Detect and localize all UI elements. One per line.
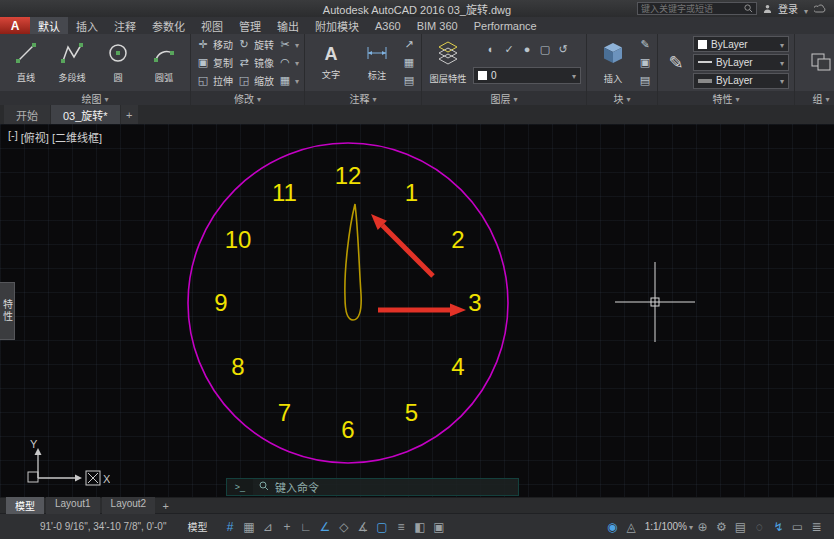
panel-label-modify[interactable]: 修改 — [191, 91, 304, 105]
signin-chevron-icon[interactable] — [804, 0, 808, 18]
signin-label[interactable]: 登录 — [778, 1, 798, 16]
ribbon-tab[interactable]: 视图 — [193, 17, 231, 34]
view-control[interactable]: [俯视] — [21, 129, 49, 145]
layout-tab[interactable]: Layout1 — [46, 497, 100, 514]
graphics-performance-icon[interactable]: ↯ — [769, 520, 788, 534]
line-button[interactable]: 直线 — [5, 36, 47, 89]
quick-properties-icon[interactable]: ▤ — [731, 520, 750, 534]
ortho-mode-icon[interactable]: ∟ — [296, 520, 315, 534]
new-drawing-button[interactable] — [121, 105, 138, 124]
scale-button[interactable]: ◲缩放 — [237, 72, 274, 88]
array-button[interactable]: ▦ — [278, 72, 299, 88]
annotation-scale-button[interactable]: 1:1/100% — [645, 521, 687, 532]
rotate-button[interactable]: ↻旋转 — [237, 37, 274, 53]
osnap-tracking-icon[interactable]: ∡ — [353, 520, 372, 534]
panel-label-properties[interactable]: 特性 — [658, 91, 794, 105]
model-space-button[interactable]: 模型 — [180, 517, 214, 536]
layer-tool-icon[interactable]: ↺ — [556, 43, 570, 56]
command-input[interactable]: 键入命令 — [275, 479, 319, 495]
layout-tab[interactable]: Layout2 — [102, 497, 156, 514]
insert-block-button[interactable]: 插入 — [592, 36, 634, 89]
ribbon-tab[interactable]: 参数化 — [144, 17, 193, 34]
document-tab[interactable]: 开始 — [4, 105, 50, 124]
ribbon-tab[interactable]: A360 — [367, 17, 409, 34]
properties-palette-tab[interactable]: 特性 — [0, 282, 15, 340]
layer-properties-button[interactable]: 图层特性 — [427, 36, 469, 89]
clean-screen-icon[interactable]: ▭ — [788, 520, 807, 534]
arc-button[interactable]: 圆弧 — [143, 36, 185, 89]
layer-select[interactable]: 0 — [473, 67, 581, 84]
signin-person-icon[interactable] — [763, 4, 772, 13]
selection-cycling-icon[interactable]: ▣ — [429, 520, 448, 534]
infer-constraints-icon[interactable]: ⊿ — [258, 520, 277, 534]
dynamic-input-icon[interactable]: + — [277, 520, 296, 534]
stretch-button[interactable]: ◱拉伸 — [196, 72, 233, 88]
drawing-canvas[interactable]: 121234567891011 [-] [俯视] [二维线框] 特性 Y X 键… — [0, 124, 834, 497]
grid-icon[interactable]: # — [220, 520, 239, 534]
polar-tracking-icon[interactable]: ∠ — [315, 520, 334, 534]
copy-button[interactable]: ▣复制 — [196, 54, 233, 70]
layer-tool-icon[interactable]: ● — [520, 43, 534, 55]
isometric-drafting-icon[interactable]: ◇ — [334, 520, 353, 534]
ribbon-tab[interactable]: 管理 — [231, 17, 269, 34]
ribbon-tab[interactable]: 插入 — [68, 17, 106, 34]
ribbon-tab[interactable]: 默认 — [30, 17, 68, 34]
ribbon-tab[interactable]: 输出 — [269, 17, 307, 34]
mirror-button[interactable]: ⇄镜像 — [237, 54, 274, 70]
annotation-visibility-icon[interactable]: ◉ — [603, 520, 622, 534]
ribbon-tab[interactable]: BIM 360 — [409, 17, 466, 34]
panel-label-block[interactable]: 块 — [587, 91, 657, 105]
layer-tool-icon[interactable]: ◐ — [484, 43, 498, 55]
workspace-gear-icon[interactable]: ⚙ — [712, 520, 731, 534]
command-search-icon[interactable] — [259, 481, 269, 493]
document-tab[interactable]: 03_旋转* — [51, 105, 120, 124]
layer-tool-icon[interactable]: ✓ — [502, 43, 516, 56]
circle-button[interactable]: 圆 — [97, 36, 139, 89]
lineweight-select[interactable]: ByLayer — [693, 73, 789, 89]
linetype-select[interactable]: ByLayer — [693, 54, 789, 70]
move-button[interactable]: ✛移动 — [196, 37, 233, 53]
panel-label-groups[interactable]: 组 — [795, 91, 834, 105]
trim-button[interactable]: ✂ — [278, 37, 299, 53]
layer-tool-icon[interactable]: ▢ — [538, 43, 552, 56]
ribbon-tab[interactable]: Performance — [466, 17, 545, 34]
new-layout-button[interactable] — [157, 500, 174, 512]
fillet-button[interactable]: ◠ — [278, 54, 299, 70]
annotate-extra-button[interactable]: ▤ — [402, 72, 416, 88]
layout-tab[interactable]: 模型 — [6, 497, 44, 514]
search-input[interactable] — [641, 4, 741, 14]
block-define-button[interactable]: ▣ — [638, 54, 652, 70]
ribbon-tab[interactable]: 注释 — [106, 17, 144, 34]
visual-style-control[interactable]: [二维线框] — [52, 129, 102, 145]
autocad-logo[interactable]: A — [0, 17, 30, 34]
leader-button[interactable]: ↗ — [402, 37, 416, 53]
group-button[interactable] — [800, 36, 834, 89]
annotation-autoscale-icon[interactable]: ◬ — [622, 520, 641, 534]
viewport-controls[interactable]: [-] [俯视] [二维线框] — [8, 129, 102, 145]
block-edit-button[interactable]: ✎ — [638, 37, 652, 53]
ribbon-tab[interactable]: 附加模块 — [307, 17, 367, 34]
panel-label-draw[interactable]: 绘图 — [0, 91, 190, 105]
panel-label-layers[interactable]: 图层 — [422, 91, 586, 105]
object-snap-icon[interactable]: ▢ — [372, 520, 391, 534]
block-attributes-button[interactable]: ▤ — [638, 72, 652, 88]
object-color-select[interactable]: ByLayer — [693, 36, 789, 52]
transparency-icon[interactable]: ◧ — [410, 520, 429, 534]
lineweight-icon[interactable]: ≡ — [391, 520, 410, 534]
customization-icon[interactable]: ≣ — [807, 520, 826, 534]
dimension-button[interactable]: 标注 — [356, 36, 398, 89]
viewport-menu-control[interactable]: [-] — [8, 129, 18, 145]
command-line[interactable]: 键入命令 — [226, 478, 519, 496]
help-search-box[interactable] — [637, 2, 757, 15]
snap-mode-icon[interactable]: ▦ — [239, 520, 258, 534]
table-button[interactable]: ▦ — [402, 54, 416, 70]
match-properties-button[interactable]: ✎ — [663, 36, 689, 89]
annotation-monitor-icon[interactable]: ⊕ — [693, 520, 712, 534]
search-icon[interactable] — [744, 4, 753, 13]
text-button[interactable]: A 文字 — [310, 36, 352, 89]
a360-cloud-icon[interactable] — [814, 4, 826, 13]
polyline-button[interactable]: 多段线 — [51, 36, 93, 89]
command-prompt-icon[interactable] — [227, 479, 253, 495]
panel-label-annotate[interactable]: 注释 — [305, 91, 421, 105]
isolate-objects-icon[interactable]: ◌ — [750, 520, 769, 534]
